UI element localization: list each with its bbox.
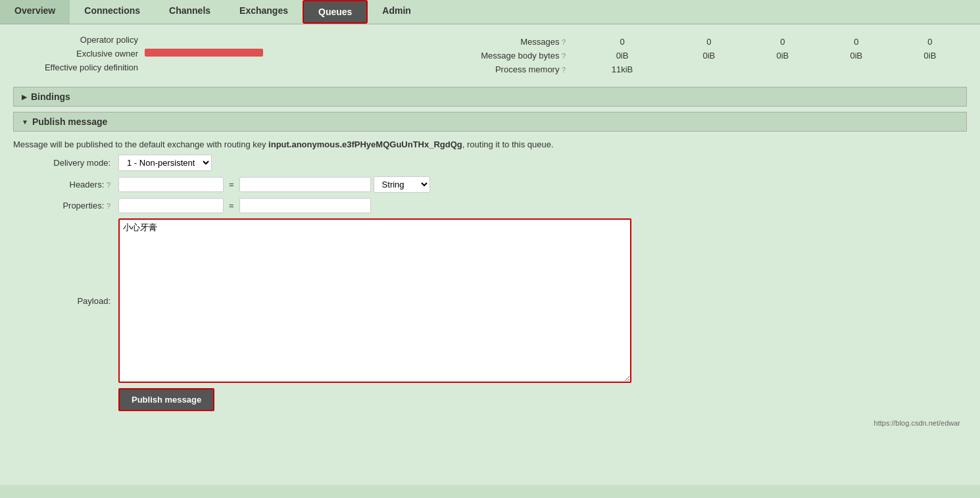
stats-row-process-memory: Process memory ? 11kiB	[289, 62, 967, 76]
properties-label: Properties: ?	[13, 201, 118, 211]
delivery-mode-select[interactable]: 1 - Non-persistent 2 - Persistent	[118, 155, 212, 171]
body-bytes-col2: 0iB	[672, 49, 746, 62]
stats-row-body-bytes: Message body bytes ? 0iB 0iB 0iB 0iB 0iB	[289, 49, 967, 62]
info-right: Messages ? 0 0 0 0 0 Message body bytes …	[289, 35, 967, 76]
nav-queues[interactable]: Queues	[303, 0, 368, 24]
stats-table: Messages ? 0 0 0 0 0 Message body bytes …	[289, 35, 967, 76]
body-bytes-col4: 0iB	[820, 49, 893, 62]
body-bytes-col3: 0iB	[746, 49, 820, 62]
operator-policy-label: Operator policy	[13, 35, 145, 45]
properties-help-icon[interactable]: ?	[107, 202, 110, 210]
messages-col1: 0	[572, 35, 672, 49]
publish-section-header[interactable]: ▼ Publish message	[13, 112, 967, 132]
nav-admin[interactable]: Admin	[368, 0, 426, 24]
nav-exchanges[interactable]: Exchanges	[225, 0, 303, 24]
headers-row: Headers: ? = String Number Boolean	[13, 176, 967, 193]
process-memory-help-icon[interactable]: ?	[562, 66, 566, 74]
process-memory-col4	[820, 62, 893, 76]
headers-label: Headers: ?	[13, 180, 118, 189]
bindings-arrow-icon: ▶	[22, 93, 27, 101]
nav-connections[interactable]: Connections	[70, 0, 155, 24]
publish-info-prefix: Message will be published to the default…	[13, 139, 268, 149]
headers-type-select[interactable]: String Number Boolean	[374, 176, 430, 193]
body-bytes-help-icon[interactable]: ?	[562, 52, 566, 60]
headers-inputs: = String Number Boolean	[118, 176, 430, 193]
publish-button-row: Publish message	[13, 388, 967, 411]
publish-arrow-icon: ▼	[22, 118, 28, 126]
delivery-mode-label: Delivery mode:	[13, 158, 118, 168]
stats-row-messages: Messages ? 0 0 0 0 0	[289, 35, 967, 49]
payload-row: Payload: 小心牙膏	[13, 218, 967, 383]
body-bytes-col5: 0iB	[893, 49, 967, 62]
payload-textarea[interactable]: 小心牙膏	[118, 218, 631, 383]
headers-equals: =	[226, 180, 237, 189]
exclusive-owner-row: Exclusive owner	[13, 49, 263, 59]
payload-label: Payload:	[13, 296, 118, 306]
redacted-bar	[145, 49, 263, 57]
exclusive-owner-value	[145, 49, 263, 59]
messages-label: Messages ?	[289, 35, 572, 49]
publish-section-label: Publish message	[32, 116, 107, 127]
properties-value-input[interactable]	[239, 198, 371, 213]
effective-policy-label: Effective policy definition	[13, 62, 145, 72]
operator-policy-row: Operator policy	[13, 35, 263, 45]
body-bytes-col1: 0iB	[572, 49, 672, 62]
info-section: Operator policy Exclusive owner Effectiv…	[13, 31, 967, 80]
messages-col5: 0	[893, 35, 967, 49]
properties-key-input[interactable]	[118, 198, 224, 213]
properties-row: Properties: ? =	[13, 198, 967, 213]
bindings-section-label: Bindings	[31, 91, 70, 102]
body-bytes-label: Message body bytes ?	[289, 49, 572, 62]
headers-value-input[interactable]	[239, 177, 371, 192]
delivery-mode-row: Delivery mode: 1 - Non-persistent 2 - Pe…	[13, 155, 967, 171]
messages-help-icon[interactable]: ?	[562, 38, 566, 46]
messages-col2: 0	[672, 35, 746, 49]
effective-policy-row: Effective policy definition	[13, 62, 263, 72]
publish-section-body: Message will be published to the default…	[13, 133, 967, 411]
navbar: Overview Connections Channels Exchanges …	[0, 0, 980, 24]
process-memory-col1: 11kiB	[572, 62, 672, 76]
publish-message-button[interactable]: Publish message	[118, 388, 214, 411]
main-content: Operator policy Exclusive owner Effectiv…	[0, 24, 980, 485]
messages-col4: 0	[820, 35, 893, 49]
publish-info-suffix: , routing it to this queue.	[462, 139, 554, 149]
bindings-section-header[interactable]: ▶ Bindings	[13, 87, 967, 107]
properties-inputs: =	[118, 198, 371, 213]
process-memory-col2	[672, 62, 746, 76]
headers-help-icon[interactable]: ?	[107, 181, 110, 189]
publish-info-text: Message will be published to the default…	[13, 133, 967, 155]
process-memory-col3	[746, 62, 820, 76]
info-left: Operator policy Exclusive owner Effectiv…	[13, 35, 263, 76]
nav-overview[interactable]: Overview	[0, 0, 70, 24]
headers-key-input[interactable]	[118, 177, 224, 192]
routing-key: input.anonymous.e3fPHyeMQGuUnTHx_RgdQg	[268, 139, 462, 149]
messages-col3: 0	[746, 35, 820, 49]
nav-channels[interactable]: Channels	[155, 0, 225, 24]
properties-equals: =	[226, 201, 237, 211]
process-memory-label: Process memory ?	[289, 62, 572, 76]
process-memory-col5	[893, 62, 967, 76]
exclusive-owner-label: Exclusive owner	[13, 49, 145, 59]
footer-note: https://blog.csdn.net/edwar	[13, 416, 967, 430]
